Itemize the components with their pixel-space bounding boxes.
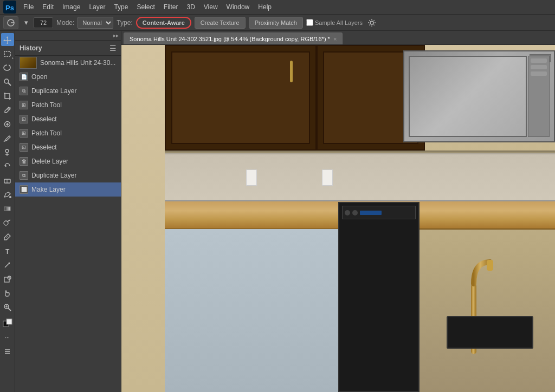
clone-stamp-tool[interactable] [1,146,14,159]
history-item-label: Patch Tool [31,101,62,109]
menu-window[interactable]: Window [223,2,254,12]
history-item[interactable]: 📄 Open [15,70,121,84]
shape-tool[interactable] [1,272,14,285]
history-item-selected[interactable]: ⬜ Make Layer [15,182,121,197]
history-icon: ⊡ [20,143,28,152]
history-item-label: Duplicate Layer [31,172,76,179]
history-icon: ⊞ [20,101,28,109]
options-bar: ▾ Mode: Normal Type: Content-Aware Creat… [0,15,555,31]
menu-select[interactable]: Select [133,2,158,12]
brush-options-icon[interactable] [3,16,18,29]
eyedropper-tool[interactable] [1,103,14,116]
outlet-1 [246,169,257,186]
mode-select[interactable]: Normal [78,17,113,29]
history-brush-tool[interactable] [1,160,14,173]
history-item[interactable]: ⊞ Patch Tool [15,98,121,112]
tab-close-button[interactable]: × [333,36,337,42]
left-wall [121,45,165,392]
outlet-2 [322,169,333,186]
cabinet-shadow [165,151,555,155]
brush-type-icon[interactable]: ▾ [22,16,30,29]
history-item[interactable]: ⧉ Duplicate Layer [15,168,121,182]
history-item[interactable]: ⊡ Deselect [15,112,121,126]
history-menu-icon[interactable]: ☰ [109,44,117,53]
brush-tool[interactable] [1,132,14,145]
zoom-tool[interactable] [1,300,14,313]
backsplash [165,153,555,202]
menu-layer[interactable]: Layer [85,2,109,12]
svg-rect-17 [4,207,10,211]
brush-size-input[interactable] [34,17,53,28]
history-item-label: Make Layer [31,186,66,193]
menu-type[interactable]: Type [110,2,132,12]
history-list: Sonoma Hills Unit 24-30... 📄 Open ⧉ Dupl… [15,56,121,392]
menu-edit[interactable]: Edit [38,2,57,12]
hand-tool[interactable] [1,286,14,299]
history-icon: ⬜ [20,185,28,194]
history-item[interactable]: Sonoma Hills Unit 24-30... [15,56,121,70]
move-tool[interactable] [1,33,14,46]
history-thumb [20,57,37,69]
healing-brush-tool[interactable] [1,117,14,130]
sample-all-layers-label[interactable]: Sample All Layers [306,19,363,26]
path-selection-tool[interactable] [1,258,14,271]
edit-toolbar-button[interactable] [1,345,14,358]
canvas-viewport[interactable] [121,45,555,392]
history-icon: ⊞ [20,129,28,138]
history-item-label: Sonoma Hills Unit 24-30... [40,59,115,67]
panel-collapse-arrow[interactable]: ▸▸ [113,32,119,38]
history-icon: ⊡ [20,115,28,123]
history-item[interactable]: ⧉ Duplicate Layer [15,84,121,98]
history-icon: 📄 [20,73,28,81]
ps-logo: Ps [3,1,16,14]
proximity-match-button[interactable]: Proximity Match [249,17,303,29]
history-item[interactable]: ⊞ Patch Tool [15,126,121,140]
type-label: Type: [117,19,132,27]
foreground-background-color[interactable] [1,317,14,330]
menu-help[interactable]: Help [254,2,275,12]
menu-view[interactable]: View [200,2,222,12]
history-item[interactable]: ⊡ Deselect [15,140,121,154]
history-item[interactable]: 🗑 Delete Layer [15,154,121,168]
menu-file[interactable]: File [20,2,37,12]
pen-tool[interactable] [1,230,14,243]
type-tool[interactable]: T [1,244,14,257]
dodge-tool[interactable] [1,216,14,229]
svg-line-26 [8,308,11,311]
paint-bucket-tool[interactable] [1,188,14,201]
eraser-tool[interactable] [1,174,14,187]
content-aware-button[interactable]: Content-Aware [136,17,191,29]
menu-filter[interactable]: Filter [160,2,182,12]
gradient-tool[interactable] [1,202,14,215]
history-panel: ▸▸ History ☰ Sonoma Hills Unit 24-30... … [15,31,121,392]
history-title: History [20,44,42,52]
svg-text:T: T [5,248,10,255]
svg-rect-23 [4,277,9,282]
mode-label: Mode: [56,19,74,27]
sink-area [447,316,533,349]
menu-bar: Ps File Edit Image Layer Type Select Fil… [0,0,555,15]
history-icon: 🗑 [20,157,28,166]
menu-image[interactable]: Image [59,2,84,12]
history-item-label: Deselect [31,143,57,151]
quick-select-tool[interactable] [1,75,14,88]
svg-rect-5 [4,51,10,56]
kitchen-scene [121,45,555,392]
stove [338,202,420,392]
history-item-label: Patch Tool [31,129,62,137]
tab-title: Sonoma Hills Unit 24-302 3521.jpg @ 54.4… [130,36,330,42]
svg-line-7 [8,83,11,86]
settings-icon[interactable] [366,17,378,29]
lasso-tool[interactable] [1,61,14,74]
lower-island [165,229,338,392]
more-tools-button[interactable]: ··· [1,331,14,344]
crop-tool[interactable] [1,89,14,102]
sample-all-layers-checkbox[interactable] [306,19,313,26]
canvas-area: Sonoma Hills Unit 24-302 3521.jpg @ 54.4… [121,31,555,392]
create-texture-button[interactable]: Create Texture [195,17,246,29]
microwave-door [409,56,527,137]
rectangular-marquee-tool[interactable]: ▸ [1,47,14,60]
menu-3d[interactable]: 3D [183,2,198,12]
document-tab[interactable]: Sonoma Hills Unit 24-302 3521.jpg @ 54.4… [124,32,343,44]
svg-line-19 [8,220,10,221]
